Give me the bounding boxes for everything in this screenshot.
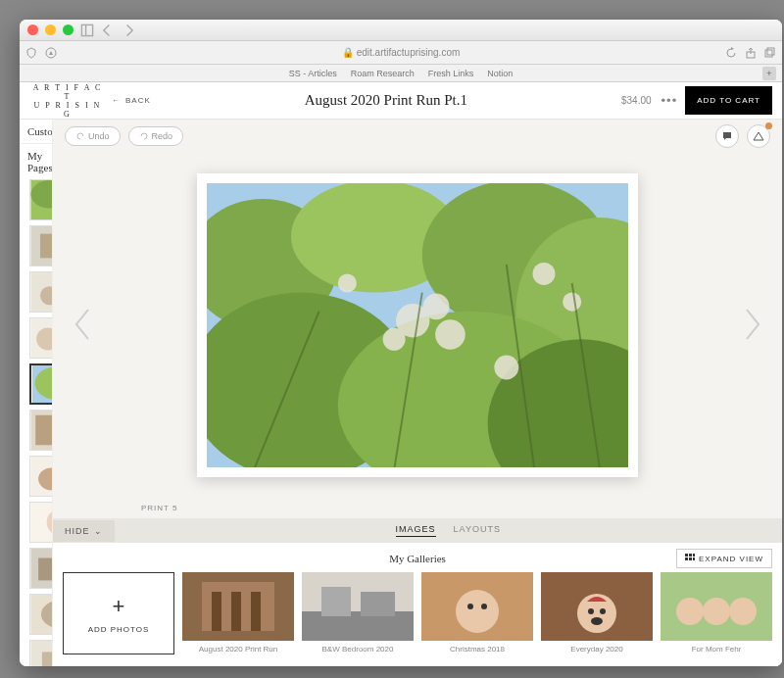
maximize-window-icon[interactable] [63, 24, 74, 35]
gallery-label: B&W Bedroom 2020 [322, 645, 394, 654]
gallery-label: Christmas 2018 [450, 645, 505, 654]
gallery-item[interactable]: B&W Bedroom 2020 [302, 572, 414, 654]
share-icon[interactable] [745, 47, 757, 59]
project-title: August 2020 Print Run Pt.1 [151, 92, 621, 109]
sidebar-toggle-icon[interactable] [80, 24, 94, 37]
svg-point-47 [338, 273, 357, 292]
page-thumbnail[interactable] [29, 317, 53, 359]
svg-rect-59 [693, 557, 695, 560]
redo-button[interactable]: Redo [128, 126, 184, 146]
page-thumbnail[interactable] [29, 225, 53, 266]
undo-button[interactable]: Undo [65, 126, 121, 146]
lock-icon: 🔒 [342, 47, 354, 58]
app-body: Customize My Pages Undo Redo [20, 120, 782, 666]
svg-rect-63 [231, 592, 241, 631]
tabs-icon[interactable] [764, 47, 776, 59]
svg-rect-57 [685, 557, 688, 560]
compass-icon[interactable] [45, 47, 57, 59]
editor-toolbar: Undo Redo [53, 120, 782, 153]
redo-icon [139, 131, 149, 141]
close-window-icon[interactable] [27, 24, 38, 35]
svg-point-80 [703, 598, 730, 625]
page-thumbnail[interactable] [29, 179, 53, 220]
comments-icon[interactable] [715, 124, 739, 148]
svg-rect-67 [321, 587, 351, 616]
gallery-label: For Mom Fehr [692, 645, 742, 654]
favorite-link[interactable]: Roam Research [351, 69, 415, 78]
svg-rect-58 [689, 557, 692, 560]
page-thumbnail[interactable] [29, 640, 53, 666]
brand-logo[interactable]: A R T I F A C T U P R I S I N G [29, 83, 106, 119]
minimize-window-icon[interactable] [45, 24, 56, 35]
next-page-arrow[interactable] [743, 306, 764, 345]
page-thumbnail[interactable] [29, 363, 53, 405]
svg-rect-54 [685, 554, 688, 557]
reload-icon[interactable] [725, 47, 737, 59]
warnings-icon[interactable] [747, 124, 770, 148]
page-thumbnail[interactable] [29, 410, 53, 451]
url-text: edit.artifactuprising.com [357, 47, 461, 58]
address-bar[interactable]: 🔒 edit.artifactuprising.com [20, 41, 782, 65]
svg-rect-0 [81, 24, 92, 35]
gallery-item[interactable]: Everyday 2020 [541, 572, 653, 654]
svg-point-45 [435, 319, 466, 350]
nav-forward-icon[interactable] [122, 24, 135, 37]
add-photos-button[interactable]: + ADD PHOTOS [63, 572, 174, 654]
app-header: A R T I F A C T U P R I S I N G ← BACK A… [20, 82, 782, 120]
back-button[interactable]: ← BACK [112, 96, 151, 105]
svg-point-44 [383, 328, 406, 351]
gallery-item[interactable]: For Mom Fehr [661, 572, 772, 654]
new-tab-button[interactable]: + [762, 67, 776, 80]
svg-rect-62 [212, 592, 221, 631]
main-canvas-area: Undo Redo [53, 120, 782, 666]
back-label: BACK [125, 96, 151, 105]
add-to-cart-button[interactable]: ADD TO CART [685, 86, 772, 115]
mypages-heading: My Pages [20, 144, 52, 179]
more-options-icon[interactable]: ••• [662, 93, 678, 108]
svg-point-79 [676, 598, 704, 625]
shield-icon[interactable] [25, 47, 37, 59]
favorite-link[interactable]: Notion [487, 69, 513, 78]
svg-point-81 [729, 598, 757, 625]
my-galleries-heading: My Galleries [389, 553, 446, 564]
expand-view-button[interactable]: EXPAND VIEW [676, 549, 772, 568]
svg-rect-64 [251, 592, 261, 631]
favorite-link[interactable]: Fresh Links [428, 69, 474, 78]
svg-point-49 [563, 293, 581, 312]
tab-layouts[interactable]: LAYOUTS [454, 524, 501, 537]
svg-rect-11 [40, 234, 53, 259]
page-thumbnail[interactable] [29, 594, 53, 635]
plus-icon: + [113, 594, 125, 619]
brand-line1: A R T I F A C T [29, 83, 106, 101]
hide-panel-button[interactable]: HIDE ⌄ [53, 520, 115, 542]
svg-point-46 [494, 356, 518, 380]
gallery-item[interactable]: August 2020 Print Run [182, 572, 294, 654]
svg-point-75 [588, 608, 594, 614]
svg-point-48 [533, 263, 556, 285]
favorites-bar: SS - Articles Roam Research Fresh Links … [20, 65, 782, 82]
undo-icon [75, 131, 85, 141]
arrow-left-icon: ← [112, 96, 121, 105]
page-label: PRINT 5 [53, 498, 782, 518]
page-thumbnail[interactable] [29, 502, 53, 543]
page-thumbnail[interactable] [29, 271, 53, 313]
current-print-photo[interactable] [197, 173, 638, 477]
page-thumbnail[interactable] [29, 456, 53, 497]
favorite-link[interactable]: SS - Articles [289, 69, 337, 78]
svg-rect-29 [38, 558, 53, 581]
left-sidebar: Customize My Pages [20, 120, 53, 666]
customize-heading: Customize [20, 120, 52, 144]
nav-back-icon[interactable] [101, 24, 115, 37]
gallery-item[interactable]: Christmas 2018 [421, 572, 533, 654]
svg-point-43 [423, 294, 450, 320]
safari-window: 🔒 edit.artifactuprising.com SS - Article… [20, 20, 782, 666]
panel-tab-bar: HIDE ⌄ IMAGES LAYOUTS [53, 518, 782, 543]
prev-page-arrow[interactable] [71, 306, 92, 345]
svg-rect-66 [302, 611, 414, 641]
warning-badge [765, 122, 772, 129]
tab-images[interactable]: IMAGES [396, 524, 436, 537]
page-thumbnail[interactable] [29, 548, 53, 589]
svg-point-77 [591, 617, 603, 625]
svg-rect-5 [765, 50, 772, 57]
brand-line2: U P R I S I N G [29, 101, 106, 119]
